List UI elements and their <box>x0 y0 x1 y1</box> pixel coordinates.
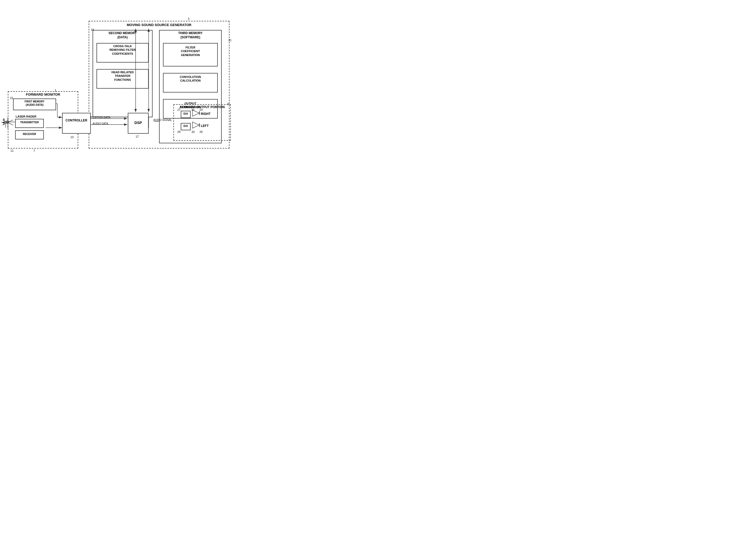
ref-21: 21 <box>228 39 231 42</box>
laser-rader-label: LASER RADER <box>15 115 47 118</box>
audio-data-label: AUDIO DATA <box>81 122 120 125</box>
convolution-label: CONVOLUTION CALCULATION <box>164 75 217 83</box>
forward-monitor-label: FORWARD MONITOR <box>21 93 65 97</box>
ref-11: 11 <box>11 149 14 152</box>
ref-23: 23 <box>199 108 203 111</box>
ref-33: 33 <box>192 130 195 133</box>
receiver-label: RECEIVER <box>15 132 43 136</box>
ref-25: 25 <box>199 130 203 133</box>
dsp-memory-arrows <box>128 26 159 115</box>
ref-5: 5 <box>227 102 229 105</box>
ref-31: 31 <box>192 108 195 111</box>
dsp-label: DSP <box>128 120 148 125</box>
third-memory-label: THIRD MEMORY (SOFTWARE) <box>160 31 220 39</box>
audio-signal-label: AUDIO SIGNAL <box>153 118 174 122</box>
first-memory-label: FIRST MEMORY (AUDIO DATA) <box>14 100 55 107</box>
diagram: MOVING SOUND SOURCE GENERATOR 3 21 SECON… <box>0 0 235 167</box>
ref-1: 1 <box>55 89 56 92</box>
antenna-symbol <box>1 116 15 129</box>
da-right-label: D/A <box>181 112 190 115</box>
ref-29: 29 <box>177 130 180 133</box>
filter-coeff-label: FILTER COEFFICIENT GENERATION <box>164 45 217 57</box>
ref-7: 7 <box>33 149 35 152</box>
right-label: RIGHT <box>201 112 210 116</box>
da-left-label: D/A <box>181 124 190 128</box>
amplifier-left <box>192 122 200 131</box>
moving-sound-source-label: MOVING SOUND SOURCE GENERATOR <box>109 23 209 27</box>
ref-27: 27 <box>177 108 180 111</box>
ref-15: 15 <box>10 97 13 99</box>
ref-3: 3 <box>188 17 189 20</box>
transmitter-label: TRANSMITTER <box>15 121 43 124</box>
ref-17: 17 <box>136 135 139 138</box>
left-label: LEFT <box>201 124 209 128</box>
ref-13: 13 <box>71 135 74 139</box>
ref-19: 19 <box>91 28 94 31</box>
position-data-label: POSITION DATA <box>81 116 120 119</box>
svg-marker-26 <box>193 122 199 128</box>
